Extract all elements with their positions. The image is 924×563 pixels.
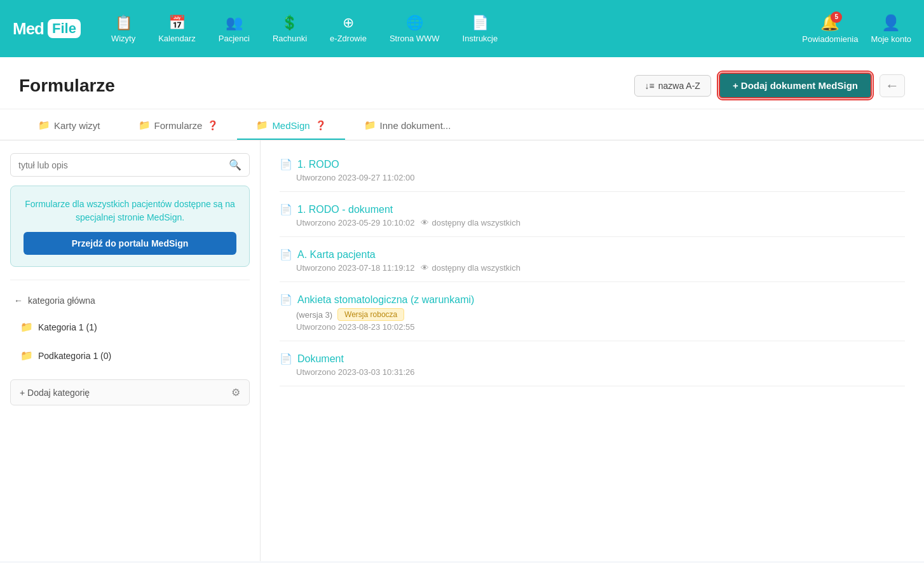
kategoria-1-label: Kategoria 1 (1) (38, 322, 97, 332)
nav-wizyty-label: Wizyty (111, 34, 135, 43)
search-input[interactable] (18, 160, 224, 170)
add-category-row[interactable]: + Dodaj kategorię ⚙ (10, 379, 250, 405)
notifications-label: Powiadomienia (802, 34, 858, 44)
formularze-help-icon[interactable]: ❓ (207, 120, 218, 130)
sort-button[interactable]: ↓≡ nazwa A-Z (634, 75, 711, 97)
nav-instrukcje[interactable]: 📄 Instrukcje (451, 8, 510, 50)
main-layout: 🔍 Formularze dla wszystkich pacjentów do… (0, 140, 924, 561)
doc-created-rodo: Utworzono 2023-09-27 11:02:00 (296, 173, 414, 182)
tab-medsign[interactable]: 📁 MedSign ❓ (237, 109, 344, 140)
doc-item-rodo: 📄 1. RODO Utworzono 2023-09-27 11:02:00 (280, 147, 905, 192)
nav-strona-www[interactable]: 🌐 Strona WWW (378, 8, 451, 50)
logo-file: File (48, 19, 81, 38)
pacjenci-icon: 👥 (226, 15, 243, 31)
doc-visible-label-karta: dostępny dla wszystkich (431, 263, 520, 273)
doc-item-ankieta: 📄 Ankieta stomatologiczna (z warunkami) … (280, 282, 905, 341)
sort-icon: ↓≡ (645, 81, 655, 91)
gear-icon[interactable]: ⚙ (231, 386, 240, 398)
tabs-row: 📁 Karty wizyt 📁 Formularze ❓ 📁 MedSign ❓… (0, 109, 924, 140)
back-button[interactable]: ← (880, 74, 905, 97)
notification-badge: 5 (831, 11, 842, 23)
podkategoria-1-label: Podkategoria 1 (0) (38, 351, 111, 361)
search-icon: 🔍 (229, 159, 241, 171)
tab-inne[interactable]: 📁 Inne dokument... (345, 109, 470, 140)
version-badge-row-ankieta: (wersja 3) Wersja robocza (280, 308, 905, 321)
eye-icon-rodo-dok: 👁 (421, 218, 429, 227)
version-text-ankieta: (wersja 3) (296, 310, 332, 320)
header: Med File 📋 Wizyty 📅 Kalendarz 👥 Pacjenci… (0, 0, 924, 57)
nav-kalendarz-label: Kalendarz (158, 34, 196, 43)
sidebar: 🔍 Formularze dla wszystkich pacjentów do… (0, 140, 261, 561)
doc-title-karta[interactable]: 📄 A. Karta pacjenta (280, 248, 905, 261)
add-doc-button[interactable]: + Dodaj dokument MedSign (719, 72, 872, 98)
back-kategoria-icon: ← (14, 295, 23, 306)
doc-icon-karta: 📄 (280, 248, 292, 261)
doc-icon-dokument: 📄 (280, 353, 292, 365)
medsign-help-icon[interactable]: ❓ (315, 120, 326, 130)
tab-karty-wizyt[interactable]: 📁 Karty wizyt (19, 109, 119, 140)
nav-wizyty[interactable]: 📋 Wizyty (100, 8, 147, 50)
search-box[interactable]: 🔍 (10, 153, 250, 177)
logo[interactable]: Med File (13, 19, 81, 39)
nav-ezdrowie-label: e-Zdrowie (330, 34, 367, 43)
doc-item-rodo-dok: 📄 1. RODO - dokument Utworzono 2023-05-2… (280, 192, 905, 237)
account-item[interactable]: 👤 Moje konto (871, 14, 911, 44)
tab-karty-icon: 📁 (38, 119, 50, 131)
nav-items: 📋 Wizyty 📅 Kalendarz 👥 Pacjenci 💲 Rachun… (100, 8, 802, 50)
nav-pacjenci[interactable]: 👥 Pacjenci (207, 8, 261, 50)
kalendarz-icon: 📅 (168, 15, 186, 31)
wizyty-icon: 📋 (115, 15, 132, 31)
notifications-item[interactable]: 🔔 5 Powiadomienia (802, 14, 858, 44)
doc-title-ankieta[interactable]: 📄 Ankieta stomatologiczna (z warunkami) (280, 294, 905, 306)
medsign-info-text: Formularze dla wszystkich pacjentów dost… (24, 198, 236, 224)
tab-inne-label: Inne dokument... (380, 120, 451, 131)
tab-medsign-icon: 📁 (256, 119, 268, 131)
doc-item-dokument: 📄 Dokument Utworzono 2023-03-03 10:31:26 (280, 341, 905, 386)
doc-created-dokument: Utworzono 2023-03-03 10:31:26 (296, 367, 414, 377)
doc-name-karta: A. Karta pacjenta (297, 249, 376, 261)
rachunki-icon: 💲 (281, 15, 298, 31)
doc-icon-rodo: 📄 (280, 158, 292, 170)
kategoria-1-item[interactable]: 📁 Kategoria 1 (1) (10, 317, 250, 337)
nav-strona-www-label: Strona WWW (390, 34, 440, 43)
tab-formularze[interactable]: 📁 Formularze ❓ (119, 109, 238, 140)
nav-rachunki[interactable]: 💲 Rachunki (261, 8, 318, 50)
medsign-portal-button[interactable]: Przejdź do portalu MedSign (24, 232, 236, 255)
doc-meta-rodo: Utworzono 2023-09-27 11:02:00 (280, 173, 905, 182)
doc-meta-rodo-dok: Utworzono 2023-05-29 10:10:02 👁 dostępny… (280, 218, 905, 227)
doc-created-karta: Utworzono 2023-07-18 11:19:12 (296, 263, 414, 273)
doc-title-dokument[interactable]: 📄 Dokument (280, 353, 905, 365)
podkategoria-1-icon: 📁 (20, 349, 33, 362)
doc-name-rodo: 1. RODO (297, 159, 339, 170)
nav-kalendarz[interactable]: 📅 Kalendarz (147, 8, 207, 50)
page-header: Formularze ↓≡ nazwa A-Z + Dodaj dokument… (0, 57, 924, 109)
kategoria-main-item[interactable]: ← kategoria główna (10, 293, 250, 308)
doc-title-rodo[interactable]: 📄 1. RODO (280, 158, 905, 170)
ezdrowie-icon: ⊕ (343, 15, 354, 31)
strona-www-icon: 🌐 (406, 15, 423, 31)
doc-title-rodo-dok[interactable]: 📄 1. RODO - dokument (280, 203, 905, 215)
nav-rachunki-label: Rachunki (273, 34, 307, 43)
tab-karty-label: Karty wizyt (54, 120, 100, 131)
kategoria-main-label: kategoria główna (28, 295, 95, 306)
version-badge-ankieta: Wersja robocza (337, 308, 404, 321)
account-icon: 👤 (881, 14, 900, 32)
medsign-info-box: Formularze dla wszystkich pacjentów dost… (10, 186, 250, 267)
kategoria-1-icon: 📁 (20, 321, 33, 333)
add-category-label: + Dodaj kategorię (20, 388, 90, 398)
eye-icon-karta: 👁 (421, 263, 429, 273)
nav-instrukcje-label: Instrukcje (463, 34, 498, 43)
doc-name-dokument: Dokument (297, 353, 344, 365)
sort-label: nazwa A-Z (658, 81, 700, 91)
doc-meta-dokument: Utworzono 2023-03-03 10:31:26 (280, 367, 905, 377)
doc-visible-karta: 👁 dostępny dla wszystkich (421, 263, 520, 273)
tab-formularze-label: Formularze (154, 120, 203, 131)
nav-pacjenci-label: Pacjenci (219, 34, 250, 43)
page-title: Formularze (19, 76, 634, 96)
sidebar-divider (10, 280, 250, 280)
doc-meta-karta: Utworzono 2023-07-18 11:19:12 👁 dostępny… (280, 263, 905, 273)
nav-ezdrowie[interactable]: ⊕ e-Zdrowie (318, 8, 378, 50)
podkategoria-1-item[interactable]: 📁 Podkategoria 1 (0) (10, 346, 250, 365)
logo-med: Med (13, 19, 44, 39)
tab-medsign-label: MedSign (272, 120, 309, 131)
